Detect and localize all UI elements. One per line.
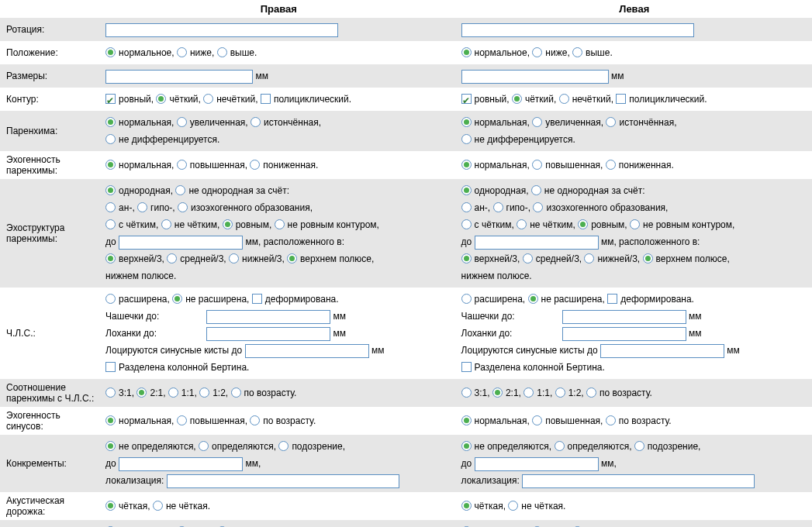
- radio-icon[interactable]: [528, 294, 538, 304]
- radio-option[interactable]: нижней/3,: [584, 253, 640, 264]
- radio-icon[interactable]: [231, 388, 241, 398]
- radio-icon[interactable]: [578, 219, 588, 229]
- radio-icon[interactable]: [177, 415, 187, 425]
- radio-icon[interactable]: [584, 253, 594, 264]
- text-input[interactable]: [562, 327, 686, 341]
- radio-option[interactable]: нормальная,: [105, 415, 174, 426]
- radio-icon[interactable]: [105, 415, 116, 425]
- radio-icon[interactable]: [251, 117, 261, 127]
- radio-icon[interactable]: [643, 253, 653, 264]
- radio-option[interactable]: ровным,: [578, 219, 627, 230]
- radio-option[interactable]: верхнем полюсе,: [287, 253, 374, 264]
- radio-icon[interactable]: [105, 501, 116, 511]
- radio-option[interactable]: нижней/3,: [229, 253, 285, 264]
- radio-option[interactable]: нечёткий,: [559, 94, 613, 105]
- radio-option[interactable]: повышенная,: [532, 160, 603, 170]
- radio-option[interactable]: 1:1,: [523, 388, 552, 398]
- radio-option[interactable]: однородная,: [461, 185, 529, 196]
- radio-icon[interactable]: [533, 202, 543, 212]
- radio-option[interactable]: нормальная,: [105, 160, 174, 170]
- radio-option[interactable]: не ровным контуром,: [630, 219, 734, 230]
- radio-option[interactable]: не однородная за счёт:: [531, 185, 645, 196]
- radio-option[interactable]: истончённая,: [606, 117, 676, 128]
- radio-option[interactable]: с чётким,: [461, 219, 514, 230]
- text-input[interactable]: [119, 457, 243, 471]
- radio-option[interactable]: не расширена,: [172, 294, 249, 305]
- radio-icon[interactable]: [559, 94, 569, 104]
- cb-icon[interactable]: [607, 294, 617, 304]
- radio-icon[interactable]: [461, 219, 472, 229]
- radio-icon[interactable]: [250, 160, 260, 170]
- radio-option[interactable]: ан-,: [105, 202, 135, 213]
- radio-option[interactable]: нормальная,: [461, 160, 530, 170]
- radio-option[interactable]: чёткая,: [461, 501, 506, 512]
- radio-icon[interactable]: [278, 441, 289, 451]
- radio-option[interactable]: верхнем полюсе,: [643, 253, 730, 264]
- radio-option[interactable]: не однородная за счёт:: [175, 185, 289, 196]
- radio-icon[interactable]: [461, 501, 472, 511]
- radio-option[interactable]: ан-,: [461, 202, 491, 213]
- radio-icon[interactable]: [493, 202, 503, 212]
- radio-option[interactable]: не чёткая.: [153, 501, 210, 512]
- radio-option[interactable]: пониженная.: [606, 160, 674, 170]
- radio-icon[interactable]: [105, 253, 116, 264]
- radio-icon[interactable]: [461, 185, 472, 195]
- radio-icon[interactable]: [177, 160, 187, 170]
- text-input[interactable]: [245, 344, 369, 358]
- radio-option[interactable]: пониженная.: [250, 160, 318, 170]
- radio-option[interactable]: изоэхогенного образования,: [178, 202, 313, 213]
- radio-icon[interactable]: [203, 94, 213, 104]
- radio-option[interactable]: выше.: [217, 47, 257, 58]
- radio-icon[interactable]: [461, 415, 472, 425]
- cb-icon[interactable]: [105, 94, 116, 104]
- radio-icon[interactable]: [572, 47, 582, 57]
- cb-icon[interactable]: [461, 94, 472, 104]
- radio-option[interactable]: 3:1,: [461, 388, 490, 398]
- radio-option[interactable]: не чётким,: [161, 219, 220, 230]
- text-input[interactable]: [600, 344, 724, 358]
- radio-option[interactable]: не определяются,: [105, 441, 196, 452]
- radio-icon[interactable]: [105, 134, 116, 144]
- radio-icon[interactable]: [172, 294, 182, 304]
- radio-icon[interactable]: [217, 47, 227, 57]
- radio-icon[interactable]: [287, 253, 297, 264]
- radio-icon[interactable]: [161, 219, 171, 229]
- text-input[interactable]: [461, 23, 694, 37]
- radio-option[interactable]: нормальная,: [461, 117, 530, 128]
- cb-icon[interactable]: [461, 362, 472, 372]
- radio-option[interactable]: определяются,: [555, 441, 632, 452]
- radio-option[interactable]: 2:1,: [492, 388, 521, 398]
- radio-option[interactable]: увеличенная,: [532, 117, 603, 128]
- radio-icon[interactable]: [461, 134, 472, 144]
- radio-icon[interactable]: [461, 253, 472, 264]
- radio-option[interactable]: гипо-,: [137, 202, 175, 213]
- radio-icon[interactable]: [531, 185, 541, 195]
- radio-option[interactable]: расширена,: [105, 294, 170, 305]
- radio-option[interactable]: 1:2,: [199, 388, 228, 398]
- radio-option[interactable]: ровным,: [223, 219, 272, 230]
- radio-icon[interactable]: [461, 388, 472, 398]
- radio-icon[interactable]: [523, 253, 533, 264]
- radio-icon[interactable]: [137, 202, 147, 212]
- radio-icon[interactable]: [532, 415, 542, 425]
- cb-icon[interactable]: [105, 362, 116, 372]
- radio-icon[interactable]: [512, 94, 522, 104]
- radio-option[interactable]: верхней/3,: [461, 253, 520, 264]
- radio-option[interactable]: не расширена,: [528, 294, 605, 305]
- cb-option[interactable]: деформирована.: [607, 294, 694, 305]
- radio-icon[interactable]: [229, 253, 239, 264]
- cb-option[interactable]: полициклический.: [261, 94, 351, 105]
- radio-icon[interactable]: [532, 160, 542, 170]
- radio-icon[interactable]: [461, 441, 472, 451]
- radio-option[interactable]: ниже,: [177, 47, 214, 58]
- radio-icon[interactable]: [105, 117, 116, 127]
- radio-icon[interactable]: [153, 501, 163, 511]
- radio-icon[interactable]: [136, 388, 147, 398]
- cb-option[interactable]: деформирована.: [252, 294, 339, 305]
- radio-option[interactable]: чёткий,: [156, 94, 200, 105]
- radio-icon[interactable]: [223, 219, 233, 229]
- radio-option[interactable]: с чётким,: [105, 219, 158, 230]
- radio-option[interactable]: чёткая,: [105, 501, 150, 512]
- radio-icon[interactable]: [586, 388, 596, 398]
- radio-option[interactable]: определяются,: [199, 441, 276, 452]
